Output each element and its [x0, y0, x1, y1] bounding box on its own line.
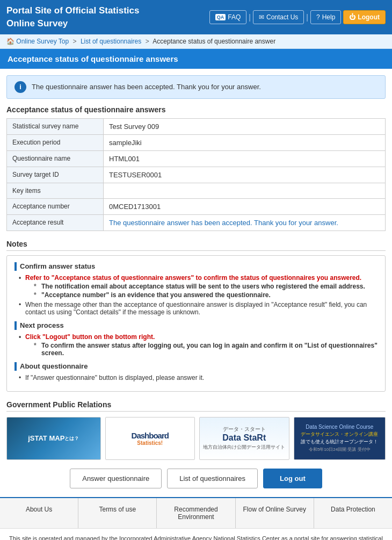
table-label-cell: Key items	[7, 183, 104, 198]
table-label-cell: Execution period	[7, 134, 104, 150]
blue-bar-icon	[14, 362, 17, 371]
notes-subtitle-0: Confirm answer status	[14, 262, 378, 271]
action-buttons: Answer questionnaire List of questionnai…	[6, 469, 386, 488]
nav-divider: |	[249, 13, 251, 21]
pr-image-datastart[interactable]: データ・スタート Data StaRt 地方自治体向け公開データ活用サイト	[199, 417, 289, 460]
notes-sub-list: The notification email about acceptance …	[25, 283, 378, 299]
header: Portal Site of Official Statistics Onlin…	[0, 0, 392, 34]
info-icon: i	[14, 81, 26, 93]
mail-icon: ✉	[259, 13, 264, 21]
footer-link-data-protection[interactable]: Data Protection	[314, 498, 392, 528]
table-row: Key items	[7, 183, 386, 198]
table-label-cell: Statistical survey name	[7, 118, 104, 134]
table-section: Acceptance status of questionnaire answe…	[6, 105, 386, 231]
help-icon: ?	[316, 13, 320, 21]
blue-bar-icon	[14, 262, 17, 271]
notes-subtitle-1: Next process	[14, 321, 378, 330]
site-title: Portal Site of Official Statistics Onlin…	[6, 4, 140, 30]
notes-subtitle-2: About questionnaire	[14, 362, 378, 371]
table-label-cell: Acceptance result	[7, 214, 104, 231]
table-label-cell: Survey target ID	[7, 167, 104, 183]
footer-link-terms-of-use[interactable]: Terms of use	[78, 498, 157, 528]
list-item: Refer to "Acceptance status of questionn…	[19, 274, 378, 299]
list-item: The notification email about acceptance …	[34, 283, 378, 290]
breadcrumb-home[interactable]: Online Survey Top	[16, 38, 69, 45]
qa-icon: QA	[215, 14, 226, 20]
table-row: Acceptance resultThe questionnaire answe…	[7, 214, 386, 231]
nav-divider2: |	[306, 13, 308, 21]
breadcrumb-sep1: >	[73, 38, 77, 45]
logout-button[interactable]: Log out	[263, 469, 322, 488]
page-title-bar: Acceptance status of questionnaire answe…	[0, 49, 392, 69]
table-row: Statistical survey nameTest Survey 009	[7, 118, 386, 134]
home-icon: 🏠	[6, 38, 14, 45]
footer-link-flow-of-online-survey[interactable]: Flow of Online Survey	[236, 498, 314, 528]
list-item: Click "Logout" button on the bottom righ…	[19, 333, 378, 357]
list-item: When the message other than the acceptan…	[19, 301, 378, 316]
answer-questionnaire-button[interactable]: Answer questionnaire	[70, 469, 162, 488]
help-button[interactable]: ? Help	[310, 10, 341, 24]
breadcrumb-step1[interactable]: List of questionnaires	[81, 38, 141, 45]
contact-button[interactable]: ✉ Contact Us	[253, 10, 304, 24]
pr-image-dashboard[interactable]: Dashboard Statistics!	[105, 417, 195, 460]
breadcrumb-sep2: >	[146, 38, 149, 45]
notes-list: Click "Logout" button on the bottom righ…	[14, 333, 378, 357]
table-label-cell: Questionnaire name	[7, 150, 104, 167]
header-logout-button[interactable]: ⏻ Logout	[343, 10, 386, 24]
logout-icon: ⏻	[349, 13, 355, 21]
table-value-cell: The questionnaire answer has been accept…	[104, 214, 386, 231]
faq-button[interactable]: QA FAQ	[209, 10, 247, 24]
table-value-cell: Test Survey 009	[104, 118, 386, 134]
list-item: If "Answer questionnaire" button is disp…	[19, 374, 378, 381]
table-value-cell	[104, 183, 386, 198]
notes-sub-list: To confirm the answer status after loggi…	[25, 342, 378, 357]
info-message: The questionnaire answer has been accept…	[32, 83, 261, 91]
notes-section: Notes Confirm answer statusRefer to "Acc…	[6, 240, 386, 392]
table-row: Execution periodsampleJiki	[7, 134, 386, 150]
notes-box: Confirm answer statusRefer to "Acceptanc…	[6, 255, 386, 392]
breadcrumb: 🏠 Online Survey Top > List of questionna…	[0, 34, 392, 49]
page-title: Acceptance status of questionnaire answe…	[8, 54, 178, 63]
table-row: Questionnaire nameHTML001	[7, 150, 386, 167]
footer-bottom-text: This site is operated and managed by the…	[9, 535, 383, 540]
table-value-cell: 0MCED1713001	[104, 198, 386, 214]
list-questionnaires-button[interactable]: List of questionnaires	[167, 469, 258, 488]
footer-bottom: This site is operated and managed by the…	[0, 528, 392, 540]
table-label-cell: Acceptance number	[7, 198, 104, 214]
table-row: Acceptance number0MCED1713001	[7, 198, 386, 214]
footer-link-recommended-environment[interactable]: Recommended Environment	[157, 498, 235, 528]
breadcrumb-current: Acceptance status of questionnaire answe…	[153, 38, 275, 45]
table-value-cell: sampleJiki	[104, 134, 386, 150]
blue-bar-icon	[14, 321, 17, 330]
table-value-cell: HTML001	[104, 150, 386, 167]
footer-link-about-us[interactable]: About Us	[0, 498, 78, 528]
footer-links: About UsTerms of useRecommended Environm…	[0, 497, 392, 528]
notes-list: Refer to "Acceptance status of questionn…	[14, 274, 378, 316]
header-nav: QA FAQ | ✉ Contact Us | ? Help ⏻ Logout	[209, 10, 386, 24]
pr-title: Government Public Relations	[6, 400, 386, 412]
pr-images: jSTAT MAP とは？ Dashboard Statistics! データ・…	[6, 417, 386, 460]
table-section-title: Acceptance status of questionnaire answe…	[6, 105, 386, 114]
list-item: "Acceptance number" is an evidence that …	[34, 291, 378, 299]
pr-section: Government Public Relations jSTAT MAP とは…	[6, 400, 386, 460]
notes-list: If "Answer questionnaire" button is disp…	[14, 374, 378, 381]
list-item: To confirm the answer status after loggi…	[34, 342, 378, 357]
table-value-cell: TESTUSER0001	[104, 167, 386, 183]
acceptance-table: Statistical survey nameTest Survey 009Ex…	[6, 118, 386, 231]
table-row: Survey target IDTESTUSER0001	[7, 167, 386, 183]
pr-image-jstat[interactable]: jSTAT MAP とは？	[6, 417, 101, 460]
info-box: i The questionnaire answer has been acce…	[6, 75, 386, 99]
pr-image-online-course[interactable]: Data Science Online Course データサイエンス・オンライ…	[294, 417, 386, 460]
notes-title: Notes	[6, 240, 386, 251]
